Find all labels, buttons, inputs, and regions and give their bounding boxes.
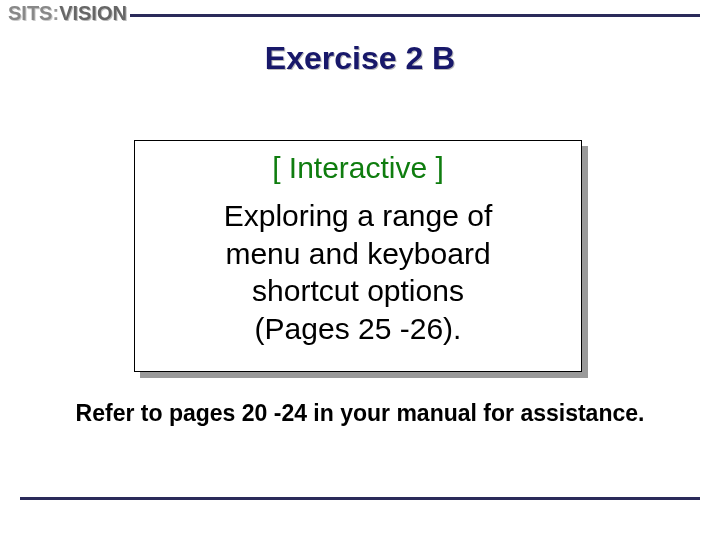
bottom-divider xyxy=(20,497,700,500)
box-heading: [ Interactive ] xyxy=(135,151,581,185)
header: SITS:VISION xyxy=(0,0,720,40)
box-line: shortcut options xyxy=(135,272,581,310)
logo-part2: VISION xyxy=(59,2,127,24)
footer-note: Refer to pages 20 -24 in your manual for… xyxy=(0,400,720,427)
content-box: [ Interactive ] Exploring a range of men… xyxy=(134,140,582,372)
page-title: Exercise 2 B xyxy=(0,40,720,77)
box-line: Exploring a range of xyxy=(135,197,581,235)
box-line: (Pages 25 -26). xyxy=(135,310,581,348)
logo-part1: SITS xyxy=(8,2,52,24)
box-body: Exploring a range of menu and keyboard s… xyxy=(135,197,581,347)
logo: SITS:VISION xyxy=(8,2,127,25)
box-line: menu and keyboard xyxy=(135,235,581,273)
top-divider xyxy=(130,14,700,17)
